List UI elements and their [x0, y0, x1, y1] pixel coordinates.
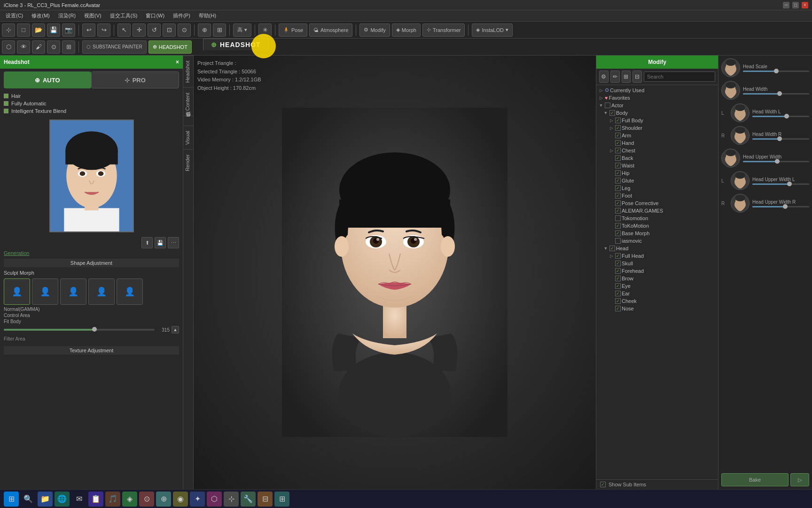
side-tab-collapse[interactable]: 拆叠	[183, 116, 193, 126]
taskbar-app9[interactable]: ⊹	[224, 492, 239, 507]
checkbox-basemorph[interactable]	[615, 230, 621, 236]
tb2-btn4[interactable]: ⊙	[47, 40, 60, 54]
expand-arm[interactable]	[609, 133, 614, 138]
taskbar-edge[interactable]: 🌐	[55, 492, 70, 507]
tb2-btn3[interactable]: 🖌	[32, 40, 45, 54]
tool-screenshot[interactable]: 📷	[62, 24, 75, 37]
morph-thumb-head-width[interactable]	[777, 91, 782, 96]
checkbox-iasmovic[interactable]	[615, 238, 621, 244]
tool-local[interactable]: ⊙	[178, 24, 191, 37]
tool-scale[interactable]: ⊡	[163, 24, 176, 37]
currently-used-item[interactable]: ▷ ⊙ Currently Used	[596, 86, 718, 94]
expand-foot[interactable]	[609, 193, 614, 198]
morph-track-head-upper-width-l[interactable]	[752, 183, 809, 185]
tree-item-head[interactable]: ▼ Head	[596, 245, 718, 252]
taskbar-app1[interactable]: 📋	[88, 492, 103, 507]
tool-select[interactable]: ⊹	[2, 24, 15, 37]
tree-item-hand[interactable]: Hand	[596, 139, 718, 147]
tb2-btn2[interactable]: 👁	[17, 40, 30, 54]
show-sub-checkbox[interactable]	[600, 482, 606, 487]
rt-tree-btn[interactable]: ⊞	[622, 71, 631, 83]
main-slider[interactable]	[4, 329, 155, 331]
taskbar-files[interactable]: 📁	[38, 492, 53, 507]
morph-thumb-head-scale[interactable]	[774, 69, 779, 73]
tree-item-foot[interactable]: Foot	[596, 192, 718, 199]
expand-fullhead[interactable]: ▷	[609, 253, 614, 259]
minimize-button[interactable]: ─	[783, 2, 789, 8]
checkbox-tokomotion2[interactable]	[615, 223, 621, 229]
morph-thumb-head-upper-width[interactable]	[775, 159, 780, 164]
checkbox-tokomotion[interactable]	[615, 215, 621, 221]
menu-view[interactable]: 视图(V)	[80, 11, 105, 20]
rt-edit-btn[interactable]: ✏	[610, 71, 620, 83]
tree-item-posecorrective[interactable]: Pose Corrective	[596, 199, 718, 207]
expand-waist[interactable]	[609, 163, 614, 168]
tree-item-fullhead[interactable]: ▷ Full Head	[596, 252, 718, 260]
tool-open[interactable]: 📂	[32, 24, 45, 37]
checkbox-back[interactable]	[615, 155, 621, 161]
morph-thumb-1[interactable]: 👤	[4, 278, 30, 305]
tree-item-hip[interactable]: Hip	[596, 169, 718, 177]
morph-track-head-width-l[interactable]	[752, 116, 809, 117]
checkbox-foot[interactable]	[615, 193, 621, 198]
instalod-btn[interactable]: ◈ InstaLOD ▾	[472, 24, 512, 37]
expand-eye[interactable]	[609, 283, 614, 289]
expand-brow[interactable]	[609, 276, 614, 281]
taskbar-app7[interactable]: ✦	[190, 492, 205, 507]
tree-item-brow[interactable]: Brow	[596, 275, 718, 282]
taskbar-mail[interactable]: ✉	[71, 492, 86, 507]
photo-settings-btn[interactable]: ⋯	[168, 237, 179, 248]
checkbox-alemar[interactable]	[615, 208, 621, 214]
tb2-btn5[interactable]: ⊞	[62, 40, 75, 54]
checkbox-body[interactable]	[609, 110, 615, 116]
rt-settings-btn[interactable]: ⚙	[599, 71, 609, 83]
pro-tab[interactable]: ⊹ PRO	[91, 71, 180, 88]
expand-glute[interactable]	[609, 178, 614, 183]
expand-back[interactable]	[609, 155, 614, 161]
hair-checkbox[interactable]	[4, 94, 8, 98]
checkbox-head[interactable]	[609, 246, 615, 251]
bake-button[interactable]: Bake	[721, 473, 789, 486]
checkbox-hip[interactable]	[615, 170, 621, 176]
auto-checkbox[interactable]	[4, 101, 8, 106]
menu-window[interactable]: 窗口(W)	[142, 11, 168, 20]
rt-grid-btn[interactable]: ⊟	[632, 71, 642, 83]
taskbar-app5[interactable]: ⊕	[156, 492, 171, 507]
substance-painter-btn[interactable]: ⬡ SUBSTANCE PAINTER	[82, 40, 147, 54]
favorites-item[interactable]: ▷ ♥ Favorites	[596, 94, 718, 102]
auto-tab[interactable]: ⊕ AUTO	[4, 71, 91, 88]
tree-item-ear[interactable]: Ear	[596, 290, 718, 297]
expand-actor[interactable]: ▼	[598, 103, 604, 108]
checkbox-brow[interactable]	[615, 276, 621, 281]
expand-nose[interactable]	[609, 306, 614, 311]
search-input[interactable]	[644, 71, 715, 82]
tree-item-arm[interactable]: Arm	[596, 132, 718, 139]
checkbox-glute[interactable]	[615, 178, 621, 183]
tb2-btn1[interactable]: ⬡	[2, 40, 15, 54]
taskbar-start[interactable]: ⊞	[4, 492, 19, 507]
checkbox-nose[interactable]	[615, 306, 621, 311]
taskbar-app12[interactable]: ⊞	[274, 492, 289, 507]
tool-new[interactable]: □	[17, 24, 30, 37]
close-button[interactable]: ×	[802, 2, 808, 8]
transformer-btn[interactable]: ⊹ Transformer	[422, 24, 465, 37]
tree-item-glute[interactable]: Glute	[596, 177, 718, 184]
checkbox-forehead[interactable]	[615, 268, 621, 274]
side-tab-render[interactable]: Render	[183, 149, 193, 176]
morph-thumb-3[interactable]: 👤	[60, 278, 86, 305]
tool-move[interactable]: ✛	[133, 24, 146, 37]
expand-body[interactable]: ▼	[603, 110, 609, 116]
maximize-button[interactable]: □	[792, 2, 799, 8]
taskbar-app8[interactable]: ⬡	[207, 492, 222, 507]
expand-cheek[interactable]	[609, 298, 614, 304]
headshot-toolbar-btn[interactable]: ⊕ HEADSHOT	[148, 40, 192, 54]
checkbox-arm[interactable]	[615, 133, 621, 138]
tool-rotate[interactable]: ↺	[148, 24, 161, 37]
expand-posecorrective[interactable]	[609, 200, 614, 206]
tree-item-tokomotion2[interactable]: ToKoMotion	[596, 222, 718, 230]
expand-iasmovic[interactable]	[609, 238, 614, 244]
expand-head[interactable]: ▼	[603, 246, 609, 251]
checkbox-cheek[interactable]	[615, 298, 621, 304]
checkbox-posecorrective[interactable]	[615, 200, 621, 206]
morph-btn[interactable]: ◈ Morph	[392, 24, 421, 37]
